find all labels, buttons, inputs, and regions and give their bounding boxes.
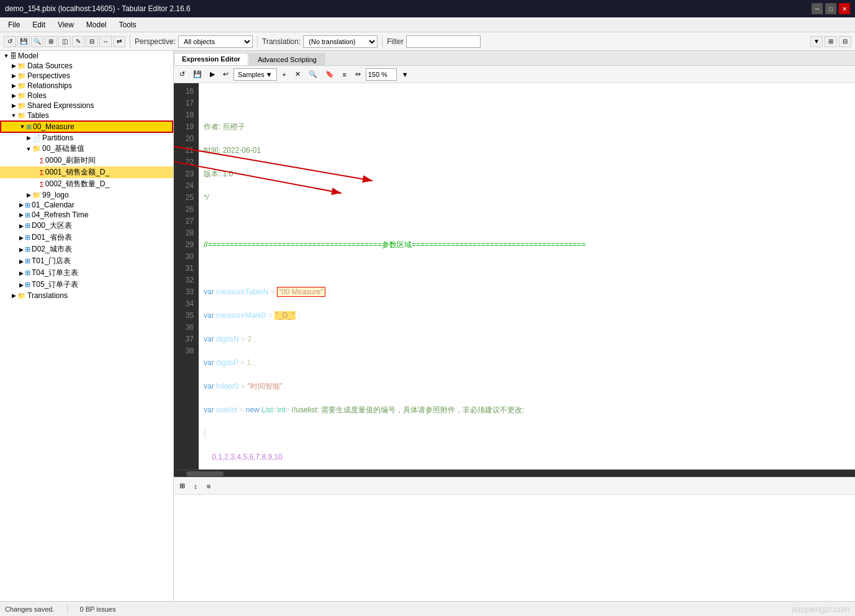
toggle-shared-expressions[interactable]: ▶ bbox=[10, 102, 17, 109]
sidebar-item-d02[interactable]: ▶ ⊞ D02_城市表 bbox=[0, 243, 173, 255]
toolbar-view-icon2[interactable]: ⊟ bbox=[839, 36, 851, 47]
sidebar-item-t04[interactable]: ▶ ⊞ T04_订单主表 bbox=[0, 267, 173, 279]
editor-btn-save[interactable]: 💾 bbox=[190, 68, 205, 81]
toolbar-icon-8[interactable]: ↔ bbox=[99, 36, 112, 47]
sidebar-item-01calendar[interactable]: ▶ ⊞ 01_Calendar bbox=[0, 200, 173, 210]
00jichuliangzhi-label: 00_基础量值 bbox=[42, 143, 84, 154]
editor-btn-format[interactable]: ⇔ bbox=[352, 68, 364, 81]
sidebar-item-99logo[interactable]: ▶ 📁 99_logo bbox=[0, 190, 173, 200]
toggle-00measure[interactable]: ▼ bbox=[19, 123, 26, 130]
sidebar-item-tables[interactable]: ▼ 📁 Tables bbox=[0, 111, 173, 120]
no-toggle bbox=[32, 169, 40, 176]
h-scrollbar[interactable] bbox=[174, 469, 855, 477]
toolbar-icon-2[interactable]: 💾 bbox=[17, 36, 30, 47]
code-line-17: 作者: 煎橙子 bbox=[204, 121, 850, 133]
sidebar-item-00measure[interactable]: ▼ ⊞ 00_Measure bbox=[0, 120, 173, 133]
tab-advanced-scripting[interactable]: Advanced Scripting bbox=[250, 53, 325, 65]
editor-btn-align[interactable]: ≡ bbox=[339, 68, 350, 81]
toggle-00jichuliangzhi[interactable]: ▼ bbox=[25, 145, 32, 153]
no-toggle bbox=[32, 157, 40, 165]
h-scrollbar-thumb[interactable] bbox=[186, 471, 224, 476]
zoom-dropdown-btn[interactable]: ▼ bbox=[399, 68, 412, 81]
editor-btn-delete[interactable]: ✕ bbox=[292, 68, 304, 81]
toggle-01calendar[interactable]: ▶ bbox=[17, 201, 25, 209]
menu-tools[interactable]: Tools bbox=[114, 19, 142, 31]
maximize-button[interactable]: □ bbox=[825, 3, 836, 14]
translation-dropdown[interactable]: (No translation) bbox=[303, 35, 378, 48]
toggle-d00[interactable]: ▶ bbox=[17, 222, 25, 230]
toolbar-icon-9[interactable]: ⇄ bbox=[113, 36, 125, 47]
toolbar-icon-7[interactable]: ⊟ bbox=[86, 36, 98, 47]
samples-label: Samples bbox=[238, 71, 265, 78]
toggle-partitions[interactable]: ▶ bbox=[25, 134, 32, 142]
toggle-data-sources[interactable]: ▶ bbox=[10, 62, 17, 70]
sidebar-item-data-sources[interactable]: ▶ 📁 Data Sources bbox=[0, 61, 173, 71]
partitions-icon: 📄 bbox=[32, 134, 41, 142]
folder-icon: 📁 bbox=[32, 191, 41, 199]
sidebar-item-partitions[interactable]: ▶ 📄 Partitions bbox=[0, 133, 173, 143]
close-button[interactable]: ✕ bbox=[839, 3, 850, 14]
sidebar-item-d00[interactable]: ▶ ⊞ D00_大区表 bbox=[0, 220, 173, 232]
toggle-t04[interactable]: ▶ bbox=[17, 270, 25, 277]
toolbar-icon-1[interactable]: ↺ bbox=[4, 36, 16, 47]
sidebar-item-model[interactable]: ▼ 🗄 Model bbox=[0, 51, 173, 61]
minimize-button[interactable]: ─ bbox=[812, 3, 823, 14]
toggle-model[interactable]: ▼ bbox=[2, 52, 10, 60]
editor-btn-bookmark[interactable]: 🔖 bbox=[322, 68, 337, 81]
menu-edit[interactable]: Edit bbox=[27, 19, 51, 31]
menu-view[interactable]: View bbox=[52, 19, 79, 31]
sidebar-item-0000[interactable]: Σ 0000_刷新时间 bbox=[0, 155, 173, 166]
0001-label: 0001_销售金额_D_ bbox=[45, 167, 109, 178]
toggle-t05[interactable]: ▶ bbox=[17, 281, 25, 289]
editor-btn-add[interactable]: + bbox=[279, 68, 290, 81]
bottom-btn-2[interactable]: ↕ bbox=[190, 480, 201, 492]
menu-model[interactable]: Model bbox=[81, 19, 112, 31]
toggle-99logo[interactable]: ▶ bbox=[25, 191, 32, 199]
sidebar-item-d01[interactable]: ▶ ⊞ D01_省份表 bbox=[0, 232, 173, 243]
sidebar-item-roles[interactable]: ▶ 📁 Roles bbox=[0, 91, 173, 101]
toggle-relationships[interactable]: ▶ bbox=[10, 82, 17, 89]
toggle-perspectives[interactable]: ▶ bbox=[10, 72, 17, 79]
editor-btn-run[interactable]: ▶ bbox=[207, 68, 218, 81]
toolbar-icon-6[interactable]: ✎ bbox=[72, 36, 84, 47]
sidebar-item-04refreshtime[interactable]: ▶ ⊞ 04_Refresh Time bbox=[0, 210, 173, 220]
toggle-roles[interactable]: ▶ bbox=[10, 92, 17, 99]
sidebar-item-0001[interactable]: Σ 0001_销售金额_D_ bbox=[0, 166, 173, 178]
tab-expression-editor[interactable]: Expression Editor bbox=[174, 53, 248, 65]
table-icon: ⊞ bbox=[25, 222, 30, 230]
sidebar-item-00jichuliangzhi[interactable]: ▼ 📁 00_基础量值 bbox=[0, 143, 173, 155]
sidebar-item-t05[interactable]: ▶ ⊞ T05_订单子表 bbox=[0, 279, 173, 291]
t04-label: T04_订单主表 bbox=[32, 268, 78, 278]
toggle-translations[interactable]: ▶ bbox=[10, 292, 17, 299]
bottom-btn-3[interactable]: ≡ bbox=[203, 480, 214, 492]
menu-file[interactable]: File bbox=[2, 19, 25, 31]
sidebar-item-perspectives[interactable]: ▶ 📁 Perspectives bbox=[0, 71, 173, 81]
code-editor[interactable]: 作者: 煎橙子 时间: 2022-06-01 版本: 1.0 */ //====… bbox=[199, 83, 855, 469]
toggle-d02[interactable]: ▶ bbox=[17, 246, 25, 253]
toolbar-icon-4[interactable]: ⊞ bbox=[45, 36, 57, 47]
editor-btn-back[interactable]: ↺ bbox=[176, 68, 188, 81]
toolbar-icon-3[interactable]: 🔍 bbox=[31, 36, 43, 47]
filter-input[interactable] bbox=[406, 35, 481, 48]
sidebar-item-translations[interactable]: ▶ 📁 Translations bbox=[0, 291, 173, 301]
perspective-dropdown[interactable]: All objects bbox=[178, 35, 253, 48]
sidebar-item-0002[interactable]: Σ 0002_销售数量_D_ bbox=[0, 178, 173, 190]
sidebar-item-shared-expressions[interactable]: ▶ 📁 Shared Expressions bbox=[0, 101, 173, 111]
sidebar: ▼ 🗄 Model ▶ 📁 Data Sources ▶ 📁 Perspecti… bbox=[0, 51, 174, 601]
bottom-panel: ⊞ ↕ ≡ bbox=[174, 477, 855, 601]
toggle-tables[interactable]: ▼ bbox=[10, 112, 17, 119]
editor-btn-undo[interactable]: ↩ bbox=[220, 68, 232, 81]
toolbar-filter-icon[interactable]: ▼ bbox=[810, 36, 823, 47]
zoom-input[interactable] bbox=[366, 68, 397, 81]
right-toolbar-icons: ▼ ⊞ ⊟ bbox=[810, 36, 851, 47]
bottom-btn-1[interactable]: ⊞ bbox=[176, 480, 188, 492]
toggle-t01[interactable]: ▶ bbox=[17, 258, 25, 265]
editor-btn-search[interactable]: 🔍 bbox=[305, 68, 320, 81]
toggle-04refreshtime[interactable]: ▶ bbox=[17, 211, 25, 219]
toolbar-icon-5[interactable]: ◫ bbox=[58, 36, 71, 47]
sidebar-item-relationships[interactable]: ▶ 📁 Relationships bbox=[0, 81, 173, 91]
toggle-d01[interactable]: ▶ bbox=[17, 234, 25, 242]
samples-dropdown[interactable]: Samples ▼ bbox=[233, 68, 277, 81]
toolbar-view-icon1[interactable]: ⊞ bbox=[825, 36, 837, 47]
sidebar-item-t01[interactable]: ▶ ⊞ T01_门店表 bbox=[0, 255, 173, 267]
